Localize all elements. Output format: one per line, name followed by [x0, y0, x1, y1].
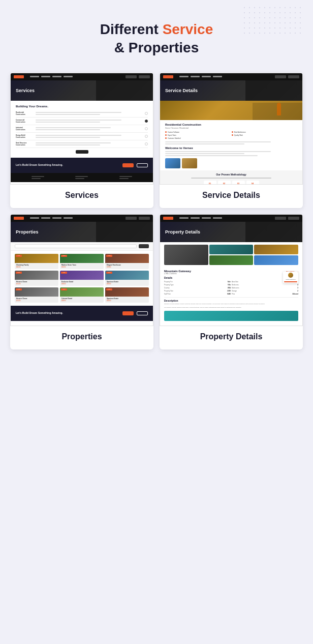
method-title: Our Proven Methodology: [164, 173, 298, 176]
properties-preview: Properties Sale Ch: [10, 214, 153, 326]
method-2: 02 Design: [218, 181, 231, 185]
service-circle-2: [145, 120, 148, 123]
dotted-bg-decoration: [242, 5, 303, 36]
prop-card-1: Sale Charming Family $4500: [15, 254, 58, 269]
nav-item-2: [41, 76, 50, 77]
prop-badge-5: Sale: [61, 272, 67, 274]
prop-img-tl: [209, 245, 254, 254]
detail-val-10: Allowed: [292, 293, 298, 295]
detail-key-5: Country: [164, 287, 170, 289]
nav-item-4: [64, 76, 73, 77]
service-details-preview: Service Details Residential Construction…: [160, 73, 303, 185]
service-details-hero-title: Service Details: [165, 88, 198, 93]
prop-card-2: Rent Modern Green Town $6200: [60, 254, 104, 269]
footer-line-2: [32, 178, 41, 179]
nav-item-1: [30, 76, 39, 77]
line-6: [36, 129, 100, 130]
service-label-3: IndustrialConstruction: [16, 127, 34, 131]
welcome-title: Welcome to Vernex: [165, 147, 297, 150]
prop-sub-info: ● Villa ● California: [164, 273, 191, 275]
properties-filter-bar: [11, 242, 153, 251]
feature-text-1: Custom Software: [168, 131, 179, 133]
desc-section: Description Beautiful mountain gateway p…: [164, 297, 298, 309]
prop-img-9: Sale: [105, 287, 149, 297]
nav-item-5: [179, 76, 189, 77]
mock-nav-items: [30, 76, 73, 77]
service-lines-5: [36, 142, 143, 145]
dot-5: [165, 137, 167, 139]
footer-line-6: [119, 178, 129, 179]
service-row-5: Steel StructureConstruction: [16, 140, 148, 148]
nav-item-3: [52, 76, 61, 77]
detail-text-lines: [165, 141, 297, 144]
prop-big-title: Mountain Gateway: [164, 270, 191, 273]
prop-price-4: $5100: [16, 283, 57, 285]
detail-key-2: Area Size: [232, 281, 238, 283]
service-row-1: ResidentialConstruction: [16, 110, 148, 118]
service-lines-1: [36, 112, 143, 115]
detail-row-7: Property Size 2200: [164, 290, 231, 292]
prop-badge-9: Sale: [106, 288, 112, 290]
detail-key-6: Bathrooms: [232, 287, 239, 289]
services-hero-title: Services: [16, 88, 35, 93]
prop-price-1: $4500: [16, 266, 57, 268]
footer-col-2: [75, 176, 88, 179]
footer-col-3: [119, 176, 132, 179]
prop-price-7: $5100: [16, 300, 57, 302]
nav-item-16: [213, 217, 222, 219]
services-preview: Services Building Your Dreams. Residenti…: [10, 73, 153, 185]
prop-card-4: Rent Historic Charm $5100: [15, 271, 58, 286]
welcome-line-1: [165, 151, 271, 152]
dot-2: [232, 131, 233, 133]
services-section-title: Building Your Dreams.: [16, 105, 148, 108]
properties-hero-title: Properties: [16, 229, 39, 235]
mock-btn-1: [126, 75, 137, 78]
prop-badge-1: Sale: [16, 255, 22, 257]
property-details-card[interactable]: Property Details Mountain: [160, 214, 303, 349]
prop-info-1: Charming Family $4500: [15, 263, 58, 269]
mock-btn-5: [126, 217, 137, 220]
prop-badge-8: Rent: [61, 288, 67, 290]
prop-img-6: Rent: [105, 271, 149, 280]
footer-line-3: [75, 176, 88, 177]
service-circle-1: [145, 112, 148, 115]
properties-card[interactable]: Properties Sale Ch: [10, 214, 153, 349]
line-3: [36, 120, 121, 121]
detail-breadcrumb: Home / Services / Residential: [165, 127, 297, 129]
prop-price-8: $9000: [61, 300, 102, 302]
service-details-card[interactable]: Service Details Residential Construction…: [160, 73, 303, 208]
property-details-hero: Property Details: [160, 222, 302, 242]
footer-col-1: [32, 176, 44, 179]
method-4: 04 Deliver: [246, 181, 259, 185]
nav-item-9: [30, 217, 39, 219]
detail-title: Residential Construction: [165, 123, 297, 126]
bottom-image-banner: [164, 311, 298, 321]
mock-nav-right-3: [126, 217, 150, 220]
prop-img-br: [254, 255, 298, 265]
mock-nav-items-2: [179, 76, 222, 77]
detail-row-1: Property For Sale: [164, 281, 231, 283]
prop-info-7: Historic Charm $5100: [15, 297, 58, 303]
details-section-label: Details: [164, 276, 298, 279]
nav-item-13: [179, 217, 189, 219]
detail-key-9: Sqft Price: [164, 293, 171, 295]
thumb-1: [165, 158, 180, 168]
prop-img-5: Sale: [60, 271, 104, 280]
service-details-hero: Service Details: [160, 80, 302, 101]
prop-badge-6: Rent: [106, 272, 112, 274]
services-card[interactable]: Services Building Your Dreams. Residenti…: [10, 73, 153, 208]
thumb-2: [182, 158, 197, 168]
prop-badge-4: Rent: [16, 272, 22, 274]
nav-item-11: [52, 217, 61, 219]
detail-key-10: Pets: [232, 293, 235, 295]
prop-main-img: [164, 245, 208, 265]
detail-key-4: Bedrooms: [232, 284, 239, 286]
nav-item-10: [41, 217, 50, 219]
agent-contact-btn: [284, 281, 297, 282]
desc-text-2: The property includes spacious living ar…: [164, 307, 298, 309]
method-subtitle-lines: [164, 178, 298, 179]
text-line-1: [165, 141, 271, 142]
method-grid: 01 Planning 02 Design 03 Build: [164, 181, 298, 185]
prop-detail-images: [160, 242, 302, 268]
mock-logo: [14, 75, 24, 78]
